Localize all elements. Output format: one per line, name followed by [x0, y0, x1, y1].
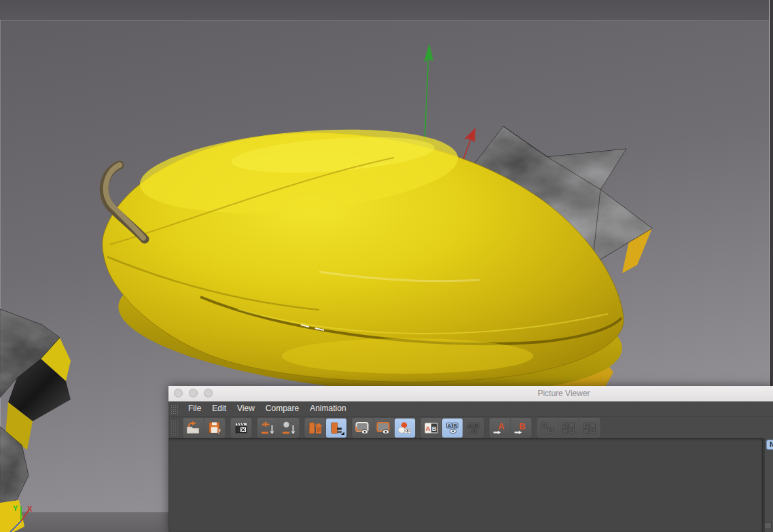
svg-text:B: B: [475, 423, 479, 429]
layout-a-d-button[interactable]: A D: [537, 419, 558, 438]
menubar: File Edit View Compare Animation: [168, 402, 773, 416]
toolbar-group-file: ?: [183, 418, 226, 438]
menu-view[interactable]: View: [232, 402, 260, 416]
side-panel: N: [765, 438, 773, 532]
ab-split-icon: A B: [423, 421, 439, 435]
toolbar-group-history: [304, 418, 347, 438]
clapperboard-icon: [233, 421, 249, 435]
close-button[interactable]: [174, 389, 183, 397]
show-full-image-button[interactable]: [353, 419, 373, 438]
user-sort-icon: [281, 421, 297, 435]
svg-text:A: A: [543, 423, 546, 427]
sort-user-button[interactable]: [278, 419, 299, 438]
color-channels-button[interactable]: [395, 419, 415, 438]
svg-text:?: ?: [217, 428, 221, 435]
render-to-picture-viewer-button[interactable]: [231, 419, 251, 438]
svg-text:A: A: [564, 423, 567, 427]
frame-eye-orange-icon: [376, 421, 392, 435]
image-canvas[interactable]: [168, 438, 762, 532]
channels-eye-icon: [397, 421, 413, 435]
svg-text:B: B: [432, 425, 437, 432]
ab-eye-disabled-icon: A B: [465, 421, 482, 435]
svg-text:A: A: [585, 423, 588, 427]
picture-viewer-window: Picture Viewer File Edit View Compare An…: [168, 386, 773, 532]
svg-text:B: B: [454, 423, 458, 429]
svg-text:D: D: [549, 429, 552, 433]
panel-corner-widget: [765, 522, 772, 529]
svg-text:B: B: [519, 421, 525, 431]
set-as-b-button[interactable]: B: [511, 419, 531, 438]
set-b-icon: B: [513, 421, 529, 435]
set-as-a-button[interactable]: A: [490, 419, 510, 438]
set-a-icon: A: [492, 421, 508, 435]
svg-text:A: A: [426, 425, 431, 432]
tab-navigation[interactable]: N: [766, 440, 773, 450]
frame-eye-icon: [355, 421, 371, 435]
history-layers-icon: [328, 421, 344, 435]
save-image-button[interactable]: ?: [204, 419, 225, 438]
history-trash-icon: [307, 421, 323, 435]
traffic-lights: [174, 389, 213, 397]
svg-text:B: B: [570, 429, 573, 433]
sort-insert-button[interactable]: [257, 419, 278, 438]
menubar-drag-handle[interactable]: [170, 404, 179, 414]
compare-ab-view-button[interactable]: A B: [442, 419, 463, 438]
layout-a-b-grid-button[interactable]: A B: [558, 419, 579, 438]
history-layer-button[interactable]: [326, 419, 346, 438]
layout-grid-icon: A B: [560, 421, 577, 435]
delete-from-history-button[interactable]: [305, 419, 325, 438]
layout-ad-icon: A D: [539, 421, 556, 435]
menu-compare[interactable]: Compare: [260, 402, 304, 416]
open-folder-icon: [185, 421, 202, 435]
menu-file[interactable]: File: [183, 402, 206, 416]
show-cropped-image-button[interactable]: [374, 419, 394, 438]
move-arrows-icon: [259, 421, 276, 435]
toolbar-group-layout: A D A B A: [537, 418, 600, 438]
toolbar-group-display: [352, 418, 416, 438]
menu-edit[interactable]: Edit: [206, 402, 232, 416]
layout-a-1-b-button[interactable]: A B: [579, 419, 600, 438]
toolbar-group-compare: A B A B A B: [420, 418, 484, 438]
compare-ab-button[interactable]: A B: [421, 419, 442, 438]
svg-text:A: A: [469, 423, 473, 429]
gizmo-x-label: X: [27, 505, 33, 513]
toolbar-group-render: [230, 418, 252, 438]
layout-numbers-icon: A B: [581, 421, 598, 435]
ab-eye-icon: A B: [444, 421, 461, 435]
toolbar-drag-handle[interactable]: [170, 420, 179, 436]
titlebar[interactable]: Picture Viewer: [168, 386, 773, 402]
svg-text:A: A: [498, 421, 505, 431]
toolbar-group-sort: [257, 418, 300, 438]
svg-text:A: A: [448, 423, 452, 429]
window-title: Picture Viewer: [537, 386, 590, 401]
minimize-button[interactable]: [189, 389, 198, 397]
open-image-button[interactable]: [183, 419, 204, 438]
save-floppy-icon: ?: [206, 421, 223, 435]
svg-text:B: B: [591, 429, 594, 433]
toolbar-group-set-ab: A B: [489, 418, 532, 438]
zoom-button[interactable]: [204, 389, 213, 397]
toolbar: ?: [168, 416, 773, 440]
x-axis-arrowhead[interactable]: [464, 128, 475, 142]
gizmo-y-label: Y: [13, 504, 18, 512]
menu-animation[interactable]: Animation: [304, 402, 351, 416]
starfruit-belly-sheen: [282, 338, 533, 374]
marble-star-left[interactable]: [0, 306, 82, 532]
compare-ab-off-button[interactable]: A B: [463, 419, 484, 438]
